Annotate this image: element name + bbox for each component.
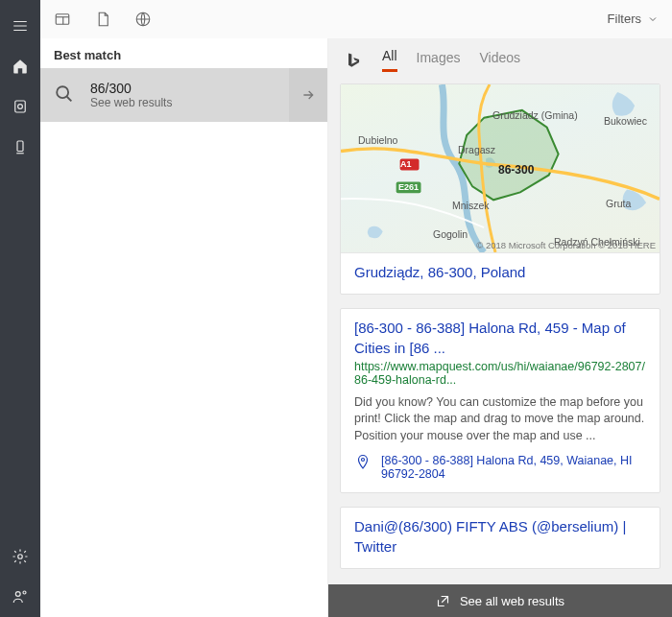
svg-rect-2 bbox=[17, 141, 23, 152]
match-title: 86/300 bbox=[90, 81, 281, 96]
pin-icon bbox=[354, 454, 372, 471]
card2-title-link[interactable]: [86-300 - 86-388] Halona Rd, 459 - Map o… bbox=[354, 319, 646, 358]
arrow-right-icon bbox=[300, 87, 316, 103]
svg-point-3 bbox=[18, 555, 23, 559]
map-label-dubielno: Dubielno bbox=[358, 134, 397, 146]
results-column: Best match 86/300 See web results bbox=[40, 38, 328, 617]
svg-point-8 bbox=[57, 86, 68, 98]
card2-snippet: Did you know? You can customize the map … bbox=[354, 394, 646, 445]
feedback-icon[interactable] bbox=[0, 577, 40, 617]
open-external-icon bbox=[436, 594, 450, 608]
svg-point-5 bbox=[23, 591, 26, 594]
svg-point-4 bbox=[15, 592, 20, 597]
hamburger-icon[interactable] bbox=[0, 6, 40, 46]
map-road-a1: A1 bbox=[400, 159, 412, 169]
best-match-item[interactable]: 86/300 See web results bbox=[40, 68, 327, 122]
map-label-dragasz: Dragasz bbox=[458, 144, 495, 155]
search-icon bbox=[54, 83, 77, 107]
section-header: Best match bbox=[40, 38, 327, 68]
card3-title-link[interactable]: Dani@(86/300) FIFTY ABS (@berselium) | T… bbox=[354, 517, 646, 557]
map-label-grudziadz: Grudziadz (Gmina) bbox=[492, 109, 578, 121]
result-card-2: [86-300 - 86-388] Halona Rd, 459 - Map o… bbox=[340, 308, 660, 493]
filters-label: Filters bbox=[608, 12, 641, 26]
left-rail bbox=[0, 0, 40, 617]
map-label-gruta: Gruta bbox=[606, 198, 631, 209]
tab-images[interactable]: Images bbox=[417, 50, 461, 71]
svg-point-11 bbox=[362, 459, 365, 462]
result-card-3: Dani@(86/300) FIFTY ABS (@berselium) | T… bbox=[340, 507, 660, 569]
tab-videos[interactable]: Videos bbox=[479, 50, 520, 71]
card1-title-link[interactable]: Grudziądz, 86-300, Poland bbox=[354, 263, 646, 282]
map-label-bukowiec: Bukowiec bbox=[604, 115, 647, 127]
see-all-button[interactable]: See all web results bbox=[328, 584, 672, 617]
clock-icon[interactable] bbox=[0, 86, 40, 127]
globe-icon[interactable] bbox=[134, 11, 152, 28]
map-road-e261: E261 bbox=[398, 182, 419, 192]
see-all-label: See all web results bbox=[460, 594, 564, 608]
map-label-gogolin: Gogolin bbox=[433, 228, 468, 240]
card2-sublink[interactable]: [86-300 - 86-388] Halona Rd, 459, Waiana… bbox=[381, 454, 646, 481]
map-label-mniszek: Mniszek bbox=[452, 200, 490, 211]
result-card-map: A1 E261 Dubielno Dragasz Mniszek Gogolin… bbox=[340, 83, 660, 295]
document-icon[interactable] bbox=[94, 11, 111, 28]
preview-column: All Images Videos bbox=[328, 38, 672, 617]
device-icon[interactable] bbox=[0, 127, 40, 167]
main-pane: Filters Best match 86/300 See web result… bbox=[40, 0, 672, 617]
map-label-center: 86-300 bbox=[498, 163, 534, 177]
svg-point-1 bbox=[18, 105, 23, 109]
gear-icon[interactable] bbox=[0, 536, 40, 577]
tabs-row: All Images Videos bbox=[340, 48, 660, 83]
map-copyright: © 2018 Microsoft Corporation © 2018 HERE bbox=[476, 240, 656, 250]
filters-button[interactable]: Filters bbox=[608, 12, 659, 26]
topbar: Filters bbox=[40, 0, 672, 38]
svg-rect-6 bbox=[56, 13, 69, 24]
chevron-down-icon bbox=[647, 13, 659, 25]
apps-icon[interactable] bbox=[54, 11, 71, 28]
svg-rect-0 bbox=[15, 101, 26, 112]
open-arrow-button[interactable] bbox=[289, 68, 327, 122]
card2-url: https://www.mapquest.com/us/hi/waianae/9… bbox=[354, 360, 646, 387]
bing-icon bbox=[344, 51, 363, 70]
tab-all[interactable]: All bbox=[382, 48, 397, 72]
match-subtitle: See web results bbox=[90, 96, 281, 109]
home-icon[interactable] bbox=[0, 46, 40, 86]
map-box[interactable]: A1 E261 Dubielno Dragasz Mniszek Gogolin… bbox=[341, 84, 660, 253]
